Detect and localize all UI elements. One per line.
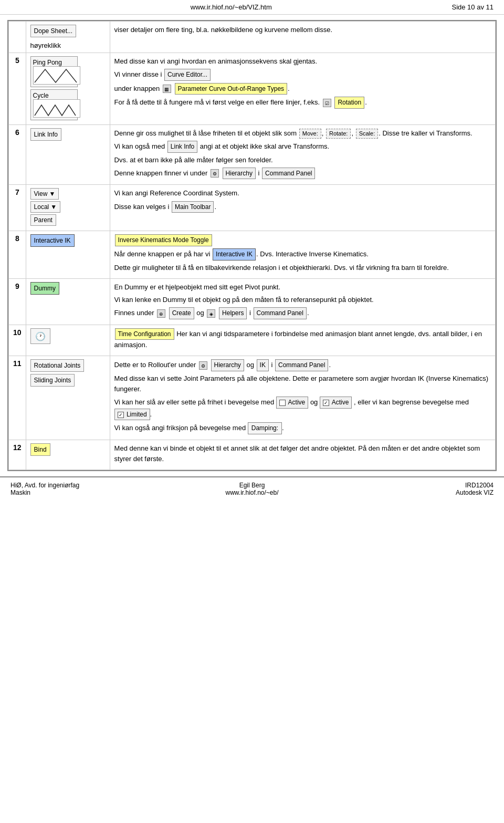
table-row-6: 6 Link Info Denne gir oss mulighet til å… xyxy=(9,125,496,185)
table-row-11: 11 Rotational Joints Sliding Joints Dett… xyxy=(9,356,496,440)
command-panel-box9: Command Panel xyxy=(254,307,307,319)
limited-label: Limited xyxy=(127,411,147,418)
row5-text1: Med disse kan vi angi hvordan en animasj… xyxy=(114,56,491,67)
content-10: Time Configuration Her kan vi angi tidsp… xyxy=(110,325,495,356)
footer-left: HiØ, Avd. for ingeniørfag Maskin xyxy=(10,482,172,496)
curve-editor-box: Curve Editor... xyxy=(164,69,211,81)
scale-badge: Scale: xyxy=(356,129,379,139)
content-8: Inverse Kinematics Mode Toggle Når denne… xyxy=(110,231,495,278)
icon-cell-11: Rotational Joints Sliding Joints xyxy=(26,356,110,440)
dummy-widget: Dummy xyxy=(30,282,59,295)
move-badge: Move: xyxy=(299,129,321,139)
param-curve-icon: ▦ xyxy=(163,85,171,93)
row-num-8: 8 xyxy=(9,231,26,278)
content-11: Dette er to Rollout'er under ⚙ Hierarchy… xyxy=(110,356,495,440)
table-row-5: 5 Ping Pong Cycle xyxy=(9,53,496,125)
limited-box xyxy=(118,412,124,418)
row-num-9: 9 xyxy=(9,278,26,325)
row-num-7: 7 xyxy=(9,185,26,231)
row-num-12: 12 xyxy=(9,440,26,470)
param-curve-box: Parameter Curve Out-of-Range Types xyxy=(175,83,288,95)
row8-text1: Inverse Kinematics Mode Toggle xyxy=(114,234,491,246)
row5-text2: Vi vinner disse i Curve Editor... xyxy=(114,69,491,81)
content-9: En Dummy er et hjelpeobjekt med sitt ege… xyxy=(110,278,495,325)
table-row-10: 10 🕐 Time Configuration Her kan vi angi … xyxy=(9,325,496,356)
content-5: Med disse kan vi angi hvordan en animasj… xyxy=(110,53,495,125)
ping-pong-svg xyxy=(34,67,79,85)
helpers-box: Helpers xyxy=(219,307,247,319)
footer-center-line1: Egil Berg xyxy=(172,482,333,489)
dope-sheet-widget: Dope Sheet... xyxy=(30,25,106,39)
active-unchecked-label: Active xyxy=(288,399,306,406)
hoyreklikk-label: høyreklikk xyxy=(30,41,106,49)
hoyre-text: viser detaljer om flere ting, bl.a. nøkk… xyxy=(114,25,491,35)
icon-cell-6: Link Info xyxy=(26,125,110,185)
rotation-icon: ☑ xyxy=(323,99,331,107)
helpers-icon: ◈ xyxy=(207,309,215,318)
footer-left-line2: Maskin xyxy=(10,489,172,496)
parent-label: Parent xyxy=(34,216,52,224)
row9-text3: Finnes under ⊕ Create og ◈ Helpers i Com… xyxy=(114,307,491,319)
row-num-10: 10 xyxy=(9,325,26,356)
content-12: Med denne kan vi binde et objekt til et … xyxy=(110,440,495,470)
icon-cell-8: Interactive IK xyxy=(26,231,110,278)
row11-text3: Vi kan her slå av eller sette på frihet … xyxy=(114,397,491,420)
row6-text2: Vi kan også med Link Info angi at et obj… xyxy=(114,141,491,153)
header-url: www.ir.hiof.no/~eb/VIZ.htm xyxy=(191,3,272,11)
command-panel-box6: Command Panel xyxy=(262,168,315,180)
row12-text1: Med denne kan vi binde et objekt til et … xyxy=(114,443,491,464)
dope-sheet-box: Dope Sheet... xyxy=(30,25,76,37)
row11-text2: Med disse kan vi sette Joint Parameters … xyxy=(114,373,491,394)
command-panel-box11: Command Panel xyxy=(275,359,328,371)
icon-cell-12: Bind xyxy=(26,440,110,470)
sliding-joints-widget: Sliding Joints xyxy=(30,374,75,387)
create-box: Create xyxy=(169,307,194,319)
row5-text4: For å få dette til å fungere må vi først… xyxy=(114,97,491,109)
time-config-box: Time Configuration xyxy=(115,328,174,340)
table-row-12: 12 Bind Med denne kan vi binde et objekt… xyxy=(9,440,496,470)
ik-box11: IK xyxy=(257,359,269,371)
local-arrow: ▼ xyxy=(50,203,57,211)
row-num xyxy=(9,22,26,53)
row5-text3: under knappen ▦ Parameter Curve Out-of-R… xyxy=(114,83,491,95)
icon-cell-10: 🕐 xyxy=(26,325,110,356)
row-num-11: 11 xyxy=(9,356,26,440)
icon-cell-5: Ping Pong Cycle xyxy=(26,53,110,125)
hierarchy-box11: Hierarchy xyxy=(211,359,244,371)
row7-text1: Vi kan angi Reference Coordinat System. xyxy=(114,188,491,199)
row11-text4: Vi kan også angi friksjon på bevegelse m… xyxy=(114,422,491,434)
interactive-ik-box: Interactive IK xyxy=(213,248,256,261)
local-label: Local xyxy=(34,203,49,211)
damping-label: Damping: xyxy=(251,424,278,432)
row11-text1: Dette er to Rollout'er under ⚙ Hierarchy… xyxy=(114,359,491,371)
page-footer: HiØ, Avd. for ingeniørfag Maskin Egil Be… xyxy=(0,476,504,501)
table-row-8: 8 Interactive IK Inverse Kinematics Mode… xyxy=(9,231,496,278)
time-config-icon: 🕐 xyxy=(35,332,46,341)
active-checked-box xyxy=(323,400,329,406)
content-6: Denne gir oss mulighet til å låse frihet… xyxy=(110,125,495,185)
main-table: Dope Sheet... høyreklikk viser detaljer … xyxy=(8,21,496,470)
content-7: Vi kan angi Reference Coordinat System. … xyxy=(110,185,495,231)
table-row: Dope Sheet... høyreklikk viser detaljer … xyxy=(9,22,496,53)
view-label: View xyxy=(34,190,48,197)
content-hoyre: viser detaljer om flere ting, bl.a. nøkk… xyxy=(110,22,495,53)
page-header: www.ir.hiof.no/~eb/VIZ.htm Side 10 av 11 xyxy=(0,0,504,15)
main-toolbar-box: Main Toolbar xyxy=(172,201,214,213)
footer-left-line1: HiØ, Avd. for ingeniørfag xyxy=(10,482,172,489)
active-unchecked-box xyxy=(279,400,286,406)
create-icon: ⊕ xyxy=(157,309,165,318)
ping-pong-label: Ping Pong xyxy=(33,59,75,66)
header-page: Side 10 av 11 xyxy=(452,3,494,11)
interactive-ik-widget: Interactive IK xyxy=(30,234,75,247)
table-row-7: 7 View ▼ Local ▼ Parent Vi kan angi Refe… xyxy=(9,185,496,231)
row6-text1: Denne gir oss mulighet til å låse frihet… xyxy=(114,128,491,139)
row9-text1: En Dummy er et hjelpeobjekt med sitt ege… xyxy=(114,282,491,293)
row9-text2: Vi kan lenke en Dummy til et objekt og p… xyxy=(114,295,491,305)
ik-mode-toggle-box: Inverse Kinematics Mode Toggle xyxy=(115,234,212,246)
row6-text3: Dvs. at et barn ikke på alle måter følge… xyxy=(114,155,491,165)
hierarchy-icon11: ⚙ xyxy=(199,361,207,370)
icon-cell-hoyre: Dope Sheet... høyreklikk xyxy=(26,22,110,53)
footer-right: IRD12004 Autodesk VIZ xyxy=(332,482,494,496)
row8-text2: Når denne knappen er på har vi Interacti… xyxy=(114,248,491,261)
footer-center: Egil Berg www.ir.hiof.no/~eb/ xyxy=(172,482,333,496)
